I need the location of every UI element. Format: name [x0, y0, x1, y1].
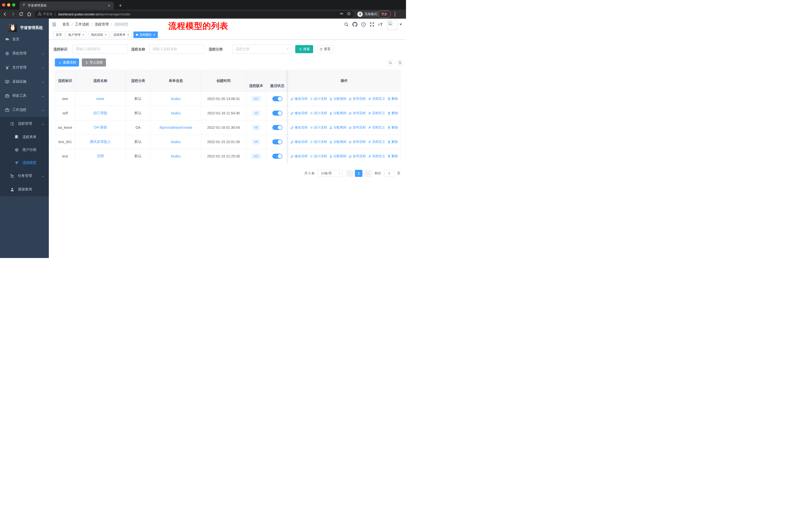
refresh-button[interactable]: [397, 59, 404, 66]
zoom-window-button[interactable]: [12, 3, 16, 6]
tab-close-icon[interactable]: ✕: [107, 3, 111, 7]
fullscreen-icon[interactable]: [370, 22, 375, 27]
breadcrumb-item[interactable]: 工作流程: [75, 22, 89, 27]
minimize-window-button[interactable]: [7, 3, 10, 6]
sidebar-item-11[interactable]: 请假查询: [0, 183, 49, 196]
version-badge[interactable]: v21: [252, 154, 261, 159]
cell-form-link[interactable]: /bpm/oa/leave/create: [159, 126, 192, 130]
search-button[interactable]: 搜索: [295, 45, 313, 53]
user-avatar[interactable]: [387, 20, 397, 30]
action-assign-link[interactable]: 分配规则: [329, 125, 346, 130]
tag-close-icon[interactable]: ✕: [105, 33, 107, 36]
action-design-link[interactable]: 设计流程: [310, 97, 327, 101]
goto-page-input[interactable]: 1: [384, 170, 394, 177]
cell-name-link[interactable]: OA 请假: [94, 125, 107, 130]
action-publish-link[interactable]: 发布流程: [349, 97, 366, 101]
action-definition-link[interactable]: 流程定义: [368, 125, 385, 130]
avatar-caret-icon[interactable]: [400, 24, 402, 25]
action-definition-link[interactable]: 流程定义: [368, 111, 385, 115]
cell-name-link[interactable]: 自己审批: [93, 111, 108, 115]
forward-icon[interactable]: [10, 11, 16, 17]
not-secure-label[interactable]: 不安全: [43, 12, 53, 17]
action-publish-link[interactable]: 发布流程: [349, 125, 366, 130]
create-process-button[interactable]: ＋新建流程: [55, 58, 79, 66]
version-badge[interactable]: v4: [252, 139, 260, 144]
sidebar-item-1[interactable]: 系统管理: [0, 46, 49, 60]
page-size-select[interactable]: 10条/页∨: [318, 170, 343, 177]
tag-close-icon[interactable]: ✕: [153, 33, 155, 36]
action-edit-link[interactable]: 修改流程: [290, 97, 308, 101]
sidebar-item-8[interactable]: 用户分组: [0, 143, 49, 156]
tag-3[interactable]: 流程表单✕: [111, 31, 132, 38]
version-badge[interactable]: v2: [252, 111, 260, 116]
action-design-link[interactable]: 设计流程: [310, 154, 327, 159]
action-assign-link[interactable]: 分配规则: [329, 154, 346, 159]
home-icon[interactable]: [27, 11, 32, 17]
filter-name-input[interactable]: 请输入流程名称: [149, 45, 205, 54]
cell-form-link[interactable]: biubiu: [171, 154, 180, 158]
action-publish-link[interactable]: 发布流程: [349, 111, 366, 115]
key-icon[interactable]: [340, 11, 344, 17]
action-delete-link[interactable]: 删除: [387, 140, 398, 144]
reload-icon[interactable]: [19, 11, 24, 17]
action-edit-link[interactable]: 修改流程: [290, 111, 308, 115]
cell-form-link[interactable]: biubiu: [171, 97, 180, 101]
sidebar-item-3[interactable]: 基础设施: [0, 75, 49, 89]
action-assign-link[interactable]: 分配规则: [329, 111, 346, 115]
action-publish-link[interactable]: 发布流程: [349, 140, 366, 144]
tag-close-icon[interactable]: ✕: [82, 33, 84, 36]
active-toggle[interactable]: [272, 125, 283, 130]
sidebar-item-5[interactable]: 工作流程: [0, 103, 49, 117]
action-edit-link[interactable]: 修改流程: [290, 154, 308, 159]
action-delete-link[interactable]: 删除: [387, 97, 398, 101]
cell-name-link[interactable]: eeee: [96, 97, 104, 101]
version-badge[interactable]: v5: [252, 125, 260, 130]
tag-4[interactable]: 流程模型✕: [134, 31, 158, 38]
sidebar-item-2[interactable]: 支付管理: [0, 60, 49, 75]
chrome-update-button[interactable]: 更新: [378, 10, 391, 18]
action-design-link[interactable]: 设计流程: [310, 140, 327, 144]
action-design-link[interactable]: 设计流程: [310, 111, 327, 115]
active-toggle[interactable]: [272, 96, 283, 101]
browser-menu-icon[interactable]: [395, 12, 396, 17]
reset-button[interactable]: 重置: [317, 45, 333, 53]
next-page-button[interactable]: ›: [364, 170, 372, 177]
current-page[interactable]: 1: [355, 170, 362, 177]
breadcrumb-item[interactable]: 首页: [62, 22, 69, 27]
show-search-button[interactable]: [387, 59, 394, 66]
font-size-icon[interactable]: TT: [378, 22, 384, 27]
breadcrumb-item[interactable]: 流程管理: [95, 22, 109, 27]
prev-page-button[interactable]: ‹: [346, 170, 353, 177]
action-definition-link[interactable]: 流程定义: [368, 154, 385, 159]
new-tab-button[interactable]: +: [117, 2, 123, 8]
cell-name-link[interactable]: 滔博: [97, 154, 104, 159]
filter-key-input[interactable]: 请输入流程标识: [72, 45, 128, 54]
action-design-link[interactable]: 设计流程: [310, 125, 327, 130]
sidebar-item-0[interactable]: 首页: [0, 32, 49, 46]
action-delete-link[interactable]: 删除: [387, 154, 398, 159]
action-assign-link[interactable]: 分配规则: [329, 140, 346, 144]
sidebar-item-4[interactable]: 研发工具: [0, 89, 49, 103]
search-icon[interactable]: [344, 22, 349, 27]
action-definition-link[interactable]: 流程定义: [368, 140, 385, 144]
version-badge[interactable]: v17: [252, 96, 261, 101]
filter-category-select[interactable]: 流程分类∨: [232, 45, 292, 54]
action-edit-link[interactable]: 修改流程: [290, 140, 308, 144]
sidebar-item-6[interactable]: 流程管理: [0, 117, 49, 131]
action-definition-link[interactable]: 流程定义: [368, 97, 385, 101]
tag-1[interactable]: 租户管理✕: [66, 31, 87, 38]
sidebar-item-10[interactable]: 任务管理: [0, 169, 49, 183]
cell-form-link[interactable]: biubiu: [171, 111, 180, 115]
back-icon[interactable]: [2, 11, 7, 17]
tag-0[interactable]: 首页: [53, 31, 64, 38]
action-edit-link[interactable]: 修改流程: [290, 125, 308, 130]
active-toggle[interactable]: [272, 139, 283, 144]
browser-tab[interactable]: 芋道管理系统 ✕: [19, 1, 114, 9]
sidebar-item-9[interactable]: 流程模型: [0, 156, 49, 169]
cell-name-link[interactable]: 测试多审批人: [90, 140, 111, 144]
close-window-button[interactable]: [2, 3, 5, 6]
action-delete-link[interactable]: 删除: [387, 125, 398, 130]
action-delete-link[interactable]: 删除: [387, 111, 398, 115]
hamburger-icon[interactable]: [52, 22, 57, 27]
help-icon[interactable]: ?: [361, 22, 366, 27]
